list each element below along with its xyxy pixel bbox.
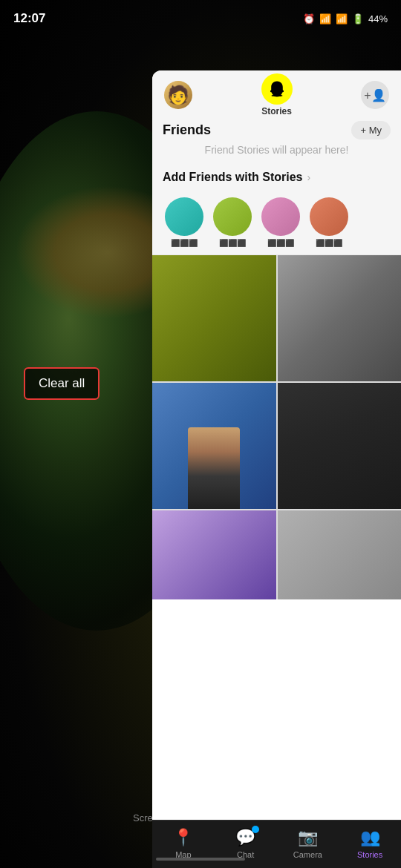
nav-item-camera-label: Camera	[293, 850, 322, 859]
story-circle-2[interactable]: ⬛⬛⬛	[208, 197, 256, 247]
signal-icon: 📶	[336, 13, 348, 24]
top-nav: 🧑 Stories +👤	[152, 70, 401, 115]
add-friends-row[interactable]: Add Friends with Stories ›	[152, 165, 401, 190]
chevron-right-icon: ›	[307, 171, 310, 183]
status-bar: 12:07 ⏰ 📶 📶 🔋 44%	[0, 0, 401, 37]
story-name-4: ⬛⬛⬛	[304, 239, 353, 247]
story-name-2: ⬛⬛⬛	[208, 239, 256, 247]
story-circle-1[interactable]: ⬛⬛⬛	[160, 197, 208, 247]
friends-section: Friends + My Friend Stories will appear …	[152, 115, 401, 165]
wifi-icon: 📶	[319, 13, 331, 24]
story-name-3: ⬛⬛⬛	[256, 239, 304, 247]
story-avatar-3	[261, 197, 300, 236]
story-avatar-4	[310, 197, 348, 236]
bottom-nav: 📍 Map 💬 Chat 📷 Camera 👥 Stories	[152, 820, 401, 868]
status-time: 12:07	[13, 11, 45, 26]
stories-icon: 👥	[360, 828, 380, 847]
my-story-button[interactable]: + My	[351, 121, 391, 139]
nav-item-camera[interactable]: 📷 Camera	[285, 828, 330, 859]
chat-badge-container: 💬	[235, 828, 255, 847]
tile-person-figure	[188, 427, 240, 509]
map-icon: 📍	[173, 828, 193, 847]
content-tile-3[interactable]	[152, 383, 276, 509]
nav-item-stories-label: Stories	[357, 850, 382, 859]
snapchat-logo	[261, 73, 293, 105]
stories-grid	[152, 255, 401, 820]
content-tile-4[interactable]	[278, 383, 402, 509]
content-tile-6[interactable]	[278, 510, 402, 599]
friends-title: Friends	[163, 122, 211, 138]
content-tile-1[interactable]	[152, 255, 276, 381]
add-friends-text: Add Friends with Stories	[163, 171, 302, 184]
app-panel: 🧑 Stories +👤 Friends + My Frien	[152, 70, 401, 868]
add-friend-icon: +👤	[364, 88, 385, 102]
nav-item-map[interactable]: 📍 Map	[161, 828, 206, 859]
story-name-1: ⬛⬛⬛	[160, 239, 208, 247]
story-circle-4[interactable]: ⬛⬛⬛	[304, 197, 353, 247]
snapchat-logo-container: Stories	[261, 73, 293, 116]
story-avatar-2	[213, 197, 252, 236]
home-indicator	[156, 858, 245, 861]
status-icons: ⏰ 📶 📶 🔋 44%	[303, 13, 388, 24]
nav-item-stories[interactable]: 👥 Stories	[348, 828, 392, 859]
chat-notification-dot	[252, 826, 259, 833]
content-tiles	[152, 255, 401, 599]
camera-icon: 📷	[298, 828, 318, 847]
story-circles-row: ⬛⬛⬛ ⬛⬛⬛ ⬛⬛⬛ ⬛⬛⬛	[152, 190, 401, 255]
story-avatar-1	[165, 197, 203, 236]
friends-empty-text: Friend Stories will appear here!	[163, 142, 391, 160]
battery-percent: 44%	[368, 13, 388, 24]
battery-icon: 🔋	[352, 13, 364, 24]
friends-header: Friends + My	[163, 121, 391, 139]
content-tile-2[interactable]	[278, 255, 402, 381]
user-avatar[interactable]: 🧑	[164, 81, 192, 109]
content-tile-5[interactable]	[152, 510, 276, 599]
add-friend-button[interactable]: +👤	[361, 81, 389, 109]
story-circle-3[interactable]: ⬛⬛⬛	[256, 197, 304, 247]
clear-all-button[interactable]: Clear all	[24, 367, 100, 400]
alarm-icon: ⏰	[303, 13, 315, 24]
nav-logo-label: Stories	[261, 106, 292, 116]
nav-item-chat[interactable]: 💬 Chat	[224, 828, 268, 859]
